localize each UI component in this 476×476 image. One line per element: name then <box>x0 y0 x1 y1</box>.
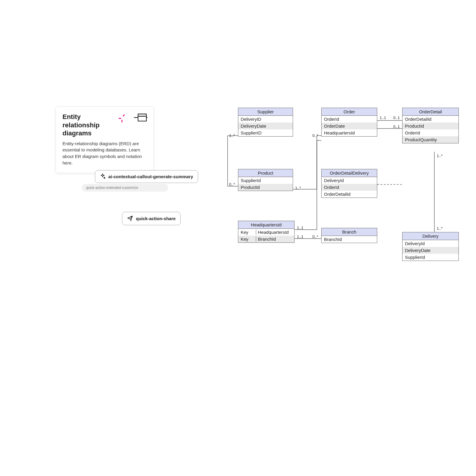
attr: OrderDetailId <box>403 116 458 123</box>
attr: DeliveryID <box>238 116 293 123</box>
entity-title: Delivery <box>403 232 458 240</box>
attr: OrderId <box>403 129 458 136</box>
attr: SupplierId <box>238 177 293 184</box>
attr-key: Key <box>241 237 256 242</box>
cardinality: 1..* <box>229 133 235 138</box>
attr: HeadquartersId <box>322 129 377 136</box>
entity-branch[interactable]: Branch BranchId <box>321 228 377 243</box>
entity-title: OrderDetailDelivery <box>322 169 377 177</box>
cardinality: 0..* <box>312 133 318 138</box>
attr: SupplierId <box>403 254 458 261</box>
cardinality: 1..* <box>295 186 301 190</box>
entity-delivery[interactable]: Delivery DeliveryId DeliveryDate Supplie… <box>402 232 459 261</box>
attr: BranchId <box>256 237 292 242</box>
cardinality: 1..1 <box>297 234 303 239</box>
share-label: quick-action-share <box>136 216 176 221</box>
entity-order[interactable]: Order OrderId OrderDate HeadquartersId <box>321 108 377 137</box>
customize-button[interactable]: quick-action-extended-customize <box>82 184 168 192</box>
entity-title: Branch <box>322 228 377 236</box>
attr: OrderId <box>322 116 377 123</box>
attr: ProductQuantity <box>403 136 458 143</box>
entity-title: Order <box>322 108 377 116</box>
cardinality: 0..1 <box>393 124 400 129</box>
info-card: Entity relationship diagrams Entity-rela… <box>56 107 154 173</box>
entity-title: HeadquartersId <box>238 221 294 229</box>
attr: ProductId <box>238 184 293 191</box>
attr-key: Key <box>241 230 256 235</box>
cardinality: 1..1 <box>380 115 386 120</box>
entity-supplier[interactable]: Supplier DeliveryID DeliveryDate Supplie… <box>238 108 293 137</box>
cardinality: 1..* <box>437 154 443 158</box>
attr: DeliveryId <box>403 240 458 247</box>
cardinality: 1..1 <box>297 226 303 230</box>
entity-glyph-icon <box>134 113 148 122</box>
cardinality: 0..* <box>229 182 235 187</box>
attr: OrderDate <box>322 123 377 129</box>
attr: ProductId <box>403 123 458 129</box>
info-body: Entity-relationship diagrams (ERD) are e… <box>62 140 147 166</box>
sparkle-accent-icon <box>118 114 126 124</box>
attr: HeadquartersId <box>256 230 292 235</box>
entity-title: OrderDetail <box>403 108 458 116</box>
cardinality: 0..* <box>312 234 318 239</box>
entity-product[interactable]: Product SupplierId ProductId <box>238 169 293 191</box>
generate-summary-label: ai-contextual-callout-generate-summary <box>108 174 193 179</box>
info-title: Entity relationship diagrams <box>62 113 119 137</box>
attr: BranchId <box>322 236 377 243</box>
paper-plane-icon <box>127 215 133 222</box>
entity-title: Supplier <box>238 108 293 116</box>
attr: DeliveryDate <box>403 247 458 254</box>
entity-hq[interactable]: HeadquartersId KeyHeadquartersId KeyBran… <box>238 221 295 243</box>
attr: SupplierID <box>238 129 293 136</box>
entity-orderdetail[interactable]: OrderDetail OrderDetailId ProductId Orde… <box>402 108 459 143</box>
svg-rect-1 <box>138 114 146 116</box>
attr: OrderId <box>322 184 377 191</box>
cardinality: 1..* <box>437 226 443 231</box>
attr: OrderDetailId <box>322 191 377 198</box>
sparkle-icon <box>100 173 105 180</box>
attr: DeliveryDate <box>238 123 293 129</box>
customize-label: quick-action-extended-customize <box>86 186 138 190</box>
share-button[interactable]: quick-action-share <box>122 212 181 225</box>
entity-title: Product <box>238 169 293 177</box>
generate-summary-button[interactable]: ai-contextual-callout-generate-summary <box>95 170 198 183</box>
entity-odd[interactable]: OrderDetailDelivery DeliveryId OrderId O… <box>321 169 377 198</box>
attr: DeliveryId <box>322 177 377 184</box>
cardinality: 0..1 <box>393 115 400 120</box>
svg-line-5 <box>123 115 124 116</box>
